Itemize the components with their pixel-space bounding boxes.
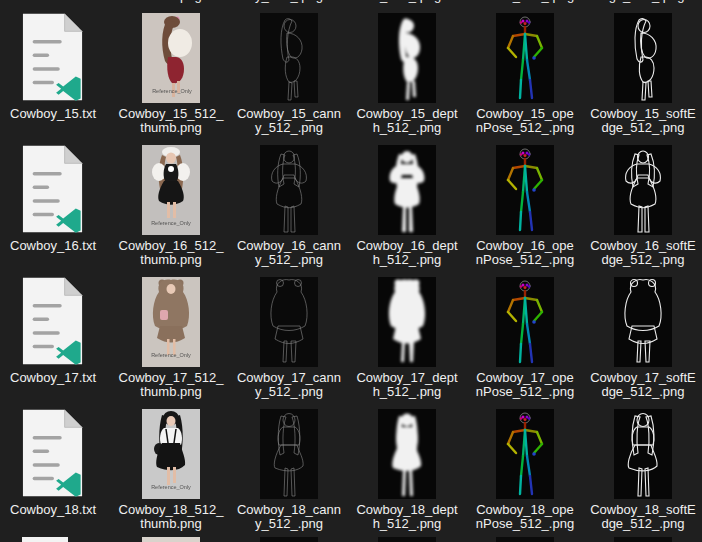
file-item-partial[interactable]: thumb.png xyxy=(112,0,230,3)
file-name-line: dge_512_.png xyxy=(590,253,696,267)
file-row-cowboy-18: Cowboy_18.txt Reference_Only Cow xyxy=(0,408,702,531)
file-name-line: Cowboy_18_ope xyxy=(476,503,574,517)
thumbnail-image xyxy=(142,536,200,542)
file-item-thumb[interactable]: Reference_Only Cowboy_15_512_thumb.png xyxy=(112,12,230,135)
file-item-softedge[interactable]: Cowboy_17_softEdge_512_.png xyxy=(584,276,702,399)
file-item-softedge[interactable]: Cowboy_16_softEdge_512_.png xyxy=(584,144,702,267)
file-name-line: thumb.png xyxy=(119,253,224,267)
canny-image xyxy=(260,12,318,103)
file-item-txt[interactable]: Cowboy_15.txt xyxy=(0,12,112,135)
thumbnail-image: Reference_Only xyxy=(142,144,200,235)
file-item-thumb[interactable]: Reference_Only Cowboy_17_512_thumb.png xyxy=(112,276,230,399)
file-item-txt[interactable]: Cowboy_17.txt xyxy=(0,276,112,399)
file-name-line: Cowboy_17_512_ xyxy=(119,371,224,385)
file-name-line: Cowboy_18_softE xyxy=(590,503,696,517)
file-name-line: Cowboy_18_cann xyxy=(237,503,341,517)
txt-file-icon xyxy=(22,536,84,542)
file-item-openpose[interactable]: Cowboy_17_openPose_512_.png xyxy=(466,276,584,399)
txt-file-icon xyxy=(21,408,85,499)
file-name-label: Cowboy_18_canny_512_.png xyxy=(237,503,341,531)
file-item-partial[interactable] xyxy=(0,536,112,542)
file-name-line: nPose_512_.png xyxy=(476,385,574,399)
file-name-label: Cowboy_16_openPose_512_.png xyxy=(476,239,574,267)
file-name-label: thumb.png xyxy=(140,0,201,3)
file-name-line: Cowboy_16_ope xyxy=(476,239,574,253)
file-item-canny[interactable]: Cowboy_18_canny_512_.png xyxy=(230,408,348,531)
file-name-line: y_512_.png xyxy=(237,385,341,399)
thumbnail-image: Reference_Only xyxy=(142,12,200,103)
file-item-openpose[interactable]: Cowboy_15_openPose_512_.png xyxy=(466,12,584,135)
depth-image xyxy=(378,12,436,103)
file-item-partial[interactable]: nPose_512_.png xyxy=(466,0,584,3)
file-item-thumb[interactable]: Reference_Only Cowboy_18_512_thumb.png xyxy=(112,408,230,531)
file-item-partial[interactable] xyxy=(0,0,112,3)
canny-image xyxy=(260,276,318,367)
file-name-line: Cowboy_15.txt xyxy=(10,107,96,121)
file-item-txt[interactable]: Cowboy_18.txt xyxy=(0,408,112,531)
file-name-line: Cowboy_17_cann xyxy=(237,371,341,385)
file-item-depth[interactable]: Cowboy_18_depth_512_.png xyxy=(348,408,466,531)
file-row-cowboy-17: Cowboy_17.txt Reference_Only Cowboy_17_5… xyxy=(0,276,702,399)
file-name-line: thumb.png xyxy=(140,0,201,3)
file-name-line: Cowboy_18_dept xyxy=(356,503,457,517)
file-name-label: Cowboy_18_512_thumb.png xyxy=(119,503,224,531)
file-name-line: dge_512_.png xyxy=(590,517,696,531)
txt-file-icon xyxy=(21,12,85,103)
file-name-label: Cowboy_17.txt xyxy=(10,371,96,385)
file-item-openpose[interactable]: Cowboy_18_openPose_512_.png xyxy=(466,408,584,531)
file-name-line: y_512_.png xyxy=(237,253,341,267)
file-name-label: Cowboy_16_512_thumb.png xyxy=(119,239,224,267)
file-item-partial[interactable] xyxy=(112,536,230,542)
file-name-label: Cowboy_15_softEdge_512_.png xyxy=(590,107,696,135)
file-item-canny[interactable]: Cowboy_15_canny_512_.png xyxy=(230,12,348,135)
file-name-label: Cowboy_18_depth_512_.png xyxy=(356,503,457,531)
file-item-canny[interactable]: Cowboy_16_canny_512_.png xyxy=(230,144,348,267)
file-item-depth[interactable]: Cowboy_15_depth_512_.png xyxy=(348,12,466,135)
file-item-txt[interactable]: Cowboy_16.txt xyxy=(0,144,112,267)
file-item-partial[interactable]: dge_512_.png xyxy=(584,0,702,3)
file-item-softedge[interactable]: Cowboy_15_softEdge_512_.png xyxy=(584,12,702,135)
file-name-label: Cowboy_18_openPose_512_.png xyxy=(476,503,574,531)
file-name-line: Cowboy_17.txt xyxy=(10,371,96,385)
file-name-line: h_512_.png xyxy=(356,385,457,399)
file-item-softedge[interactable]: Cowboy_18_softEdge_512_.png xyxy=(584,408,702,531)
file-name-label: Cowboy_15.txt xyxy=(10,107,96,121)
file-item-openpose[interactable]: Cowboy_16_openPose_512_.png xyxy=(466,144,584,267)
file-name-line: Cowboy_15_512_ xyxy=(119,107,224,121)
file-name-label: Cowboy_17_512_thumb.png xyxy=(119,371,224,399)
file-row-partial-bottom xyxy=(0,536,702,542)
file-name-line: thumb.png xyxy=(119,385,224,399)
softedge-image xyxy=(614,276,672,367)
file-item-partial[interactable] xyxy=(466,536,584,542)
file-name-line: Cowboy_16_softE xyxy=(590,239,696,253)
file-name-label: Cowboy_16_depth_512_.png xyxy=(356,239,457,267)
softedge-image xyxy=(614,408,672,499)
file-item-partial[interactable]: y_512_.png xyxy=(230,0,348,3)
file-item-partial[interactable] xyxy=(584,536,702,542)
file-explorer-grid: thumb.png y_512_.png h_512_.png nPose_51… xyxy=(0,0,702,542)
file-name-line: Cowboy_17_softE xyxy=(590,371,696,385)
file-item-canny[interactable]: Cowboy_17_canny_512_.png xyxy=(230,276,348,399)
file-name-label: h_512_.png xyxy=(373,0,442,3)
file-name-line: Cowboy_15_cann xyxy=(237,107,341,121)
file-name-label: dge_512_.png xyxy=(601,0,684,3)
file-name-line: Cowboy_15_dept xyxy=(356,107,457,121)
file-item-partial[interactable] xyxy=(348,536,466,542)
openpose-image xyxy=(496,276,554,367)
file-name-line: Cowboy_17_dept xyxy=(356,371,457,385)
thumbnail-image: Reference_Only xyxy=(142,276,200,367)
file-name-line: h_512_.png xyxy=(356,517,457,531)
file-item-depth[interactable]: Cowboy_16_depth_512_.png xyxy=(348,144,466,267)
file-item-thumb[interactable]: Reference_Only Cowboy_16_512_thumb.png xyxy=(112,144,230,267)
file-name-label: Cowboy_18_softEdge_512_.png xyxy=(590,503,696,531)
file-row-cowboy-15: Cowboy_15.txt Reference_Only Cowboy_15_5… xyxy=(0,12,702,135)
softedge-image xyxy=(614,536,672,542)
openpose-image xyxy=(496,536,554,542)
softedge-image xyxy=(614,144,672,235)
file-name-label: Cowboy_17_openPose_512_.png xyxy=(476,371,574,399)
file-item-depth[interactable]: Cowboy_17_depth_512_.png xyxy=(348,276,466,399)
file-item-partial[interactable] xyxy=(230,536,348,542)
depth-image xyxy=(378,276,436,367)
file-item-partial[interactable]: h_512_.png xyxy=(348,0,466,3)
watermark-text: Reference_Only xyxy=(151,352,191,358)
